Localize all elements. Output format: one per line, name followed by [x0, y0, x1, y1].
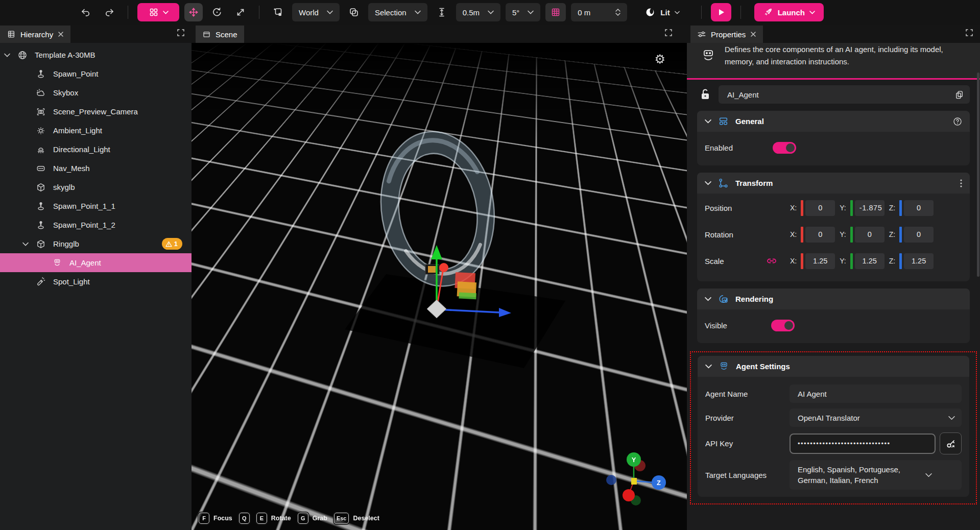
rotate-icon — [211, 7, 223, 18]
selection-mode-select[interactable]: Selection — [368, 3, 427, 21]
hierarchy-item-scene-preview-camera[interactable]: Scene_Preview_Camera — [0, 102, 192, 121]
chevron-down-icon[interactable] — [615, 13, 620, 16]
angle-snap-select[interactable]: 5° — [506, 3, 540, 21]
angle-snap-value: 5° — [512, 8, 519, 17]
height-snap-stepper[interactable]: 0 m — [571, 3, 627, 21]
chevron-up-icon[interactable] — [615, 9, 620, 12]
rotation-row: Rotation X:0 Y:0 Z:0 — [705, 221, 962, 248]
warning-badge[interactable]: 1 — [162, 238, 182, 250]
entity-name-field[interactable]: AI_Agent — [719, 85, 970, 104]
launch-button[interactable]: Launch — [754, 3, 824, 21]
tab-properties[interactable]: Properties — [690, 26, 763, 43]
section-agent-settings-header[interactable]: Agent Settings — [698, 356, 969, 377]
close-icon[interactable] — [58, 31, 64, 37]
api-key-label: API Key — [705, 439, 790, 448]
visible-toggle[interactable] — [771, 320, 795, 331]
agent-name-row: Agent Name AI Agent — [705, 384, 962, 403]
api-key-input[interactable]: •••••••••••••••••••••••••••••• — [790, 433, 936, 454]
generate-key-button[interactable] — [940, 432, 962, 454]
axis-z-label: Z — [657, 479, 661, 487]
axis-orientation-gizmo[interactable]: Y Z — [593, 446, 675, 518]
spawn-point-icon — [36, 201, 46, 211]
hierarchy-item-template-a-30mb[interactable]: Template A-30MB — [0, 45, 192, 64]
hierarchy-item-directional-light[interactable]: Directional_Light — [0, 140, 192, 159]
hierarchy-item-ringglb[interactable]: Ringglb1 — [0, 234, 192, 253]
play-button[interactable] — [711, 3, 731, 21]
kebab-menu-icon[interactable] — [960, 179, 962, 187]
hierarchy-item-ai-agent[interactable]: AI_Agent — [0, 253, 192, 272]
redo-button[interactable] — [100, 3, 118, 21]
hierarchy-item-label: Directional_Light — [53, 145, 110, 154]
rotate-tool-button[interactable] — [208, 3, 226, 21]
chevron-down-icon — [925, 473, 932, 477]
provider-select[interactable]: OpenAI Translator — [790, 408, 962, 427]
position-y-input[interactable]: -1.875 — [855, 200, 885, 216]
expand-viewport-icon[interactable] — [664, 29, 673, 37]
tab-scene[interactable]: Scene — [196, 26, 244, 43]
scale-tool-button[interactable] — [231, 3, 250, 21]
viewport-settings-gear-icon[interactable]: ⚙ — [654, 52, 665, 66]
properties-scrollbar[interactable] — [977, 54, 979, 529]
scale-y-input[interactable]: 1.25 — [855, 253, 885, 269]
hierarchy-icon — [7, 30, 16, 39]
enabled-toggle[interactable] — [773, 142, 796, 154]
world-space-select[interactable]: World — [292, 3, 340, 21]
hierarchy-tab-label: Hierarchy — [20, 30, 53, 39]
shading-mode-select[interactable]: Lit — [641, 7, 682, 18]
link-icon[interactable] — [766, 256, 777, 266]
hierarchy-item-label: Ringglb — [53, 239, 79, 248]
rotation-z-input[interactable]: 0 — [904, 227, 934, 243]
rotation-y-input[interactable]: 0 — [855, 227, 885, 243]
robot-icon — [701, 48, 715, 78]
hierarchy-item-skybox[interactable]: Skybox — [0, 83, 192, 102]
hierarchy-item-spot-light[interactable]: Spot_Light — [0, 272, 192, 291]
properties-tabbar: Properties — [687, 25, 980, 43]
chevron-down-icon[interactable] — [4, 53, 10, 57]
help-icon[interactable] — [953, 117, 962, 126]
section-rendering-header[interactable]: Rendering — [697, 288, 970, 309]
provider-row: Provider OpenAI Translator — [705, 408, 962, 427]
hierarchy-item-ambient-light[interactable]: Ambient_Light — [0, 121, 192, 140]
unlock-icon[interactable] — [699, 88, 711, 101]
select-tool-button[interactable] — [137, 3, 179, 21]
move-tool-button[interactable] — [184, 3, 203, 21]
copy-icon[interactable] — [955, 90, 964, 100]
position-z-input[interactable]: 0 — [904, 200, 934, 216]
toolbar-separator — [701, 6, 702, 19]
expand-panel-icon[interactable] — [177, 29, 185, 37]
section-general-header[interactable]: General — [697, 111, 970, 132]
grid-toggle-button[interactable] — [545, 3, 566, 21]
keycap: Esc — [334, 513, 349, 524]
chevron-down-icon[interactable] — [22, 242, 29, 246]
target-languages-row: Target Languages English, Spanish, Portu… — [705, 460, 962, 490]
position-x-input[interactable]: 0 — [805, 200, 835, 216]
undo-button[interactable] — [77, 3, 95, 21]
close-icon[interactable] — [750, 31, 756, 37]
hierarchy-item-spawn-point-1-1[interactable]: Spawn_Point_1_1 — [0, 197, 192, 215]
tab-hierarchy[interactable]: Hierarchy — [0, 26, 70, 43]
target-languages-select[interactable]: English, Spanish, Portuguese, German, It… — [790, 460, 962, 490]
hierarchy-tree: Template A-30MBSpawn_PointSkyboxScene_Pr… — [0, 43, 192, 291]
hierarchy-item-nav-mesh[interactable]: Nav_Mesh — [0, 159, 192, 178]
vertical-snap-button[interactable] — [433, 3, 451, 21]
scale-z-input[interactable]: 1.25 — [904, 253, 934, 269]
visible-label: Visible — [705, 321, 727, 330]
hierarchy-item-skyglb[interactable]: skyglb — [0, 178, 192, 197]
axis-z-label: Z: — [889, 230, 895, 238]
chevron-down-icon — [809, 11, 815, 14]
scene-viewport[interactable]: ⚙ Y Z FFocusQERotateGGrabEscDeselect — [192, 43, 687, 530]
hierarchy-item-spawn-point-1-2[interactable]: Spawn_Point_1_2 — [0, 215, 192, 234]
warning-count: 1 — [174, 240, 178, 248]
overlap-toggle-button[interactable] — [345, 3, 363, 21]
agent-name-input[interactable]: AI Agent — [790, 384, 962, 403]
hierarchy-item-spawn-point[interactable]: Spawn_Point — [0, 64, 192, 83]
axis-x-label: X: — [790, 257, 797, 265]
section-transform-header[interactable]: Transform — [697, 173, 970, 194]
hierarchy-tabbar: Hierarchy — [0, 25, 192, 43]
rotation-x-input[interactable]: 0 — [805, 227, 835, 243]
scale-x-input[interactable]: 1.25 — [805, 253, 835, 269]
grid-snap-select[interactable]: 0.5m — [456, 3, 500, 21]
pivot-toggle-button[interactable] — [269, 3, 287, 21]
expand-panel-icon[interactable] — [965, 29, 973, 37]
move-icon — [188, 7, 199, 18]
